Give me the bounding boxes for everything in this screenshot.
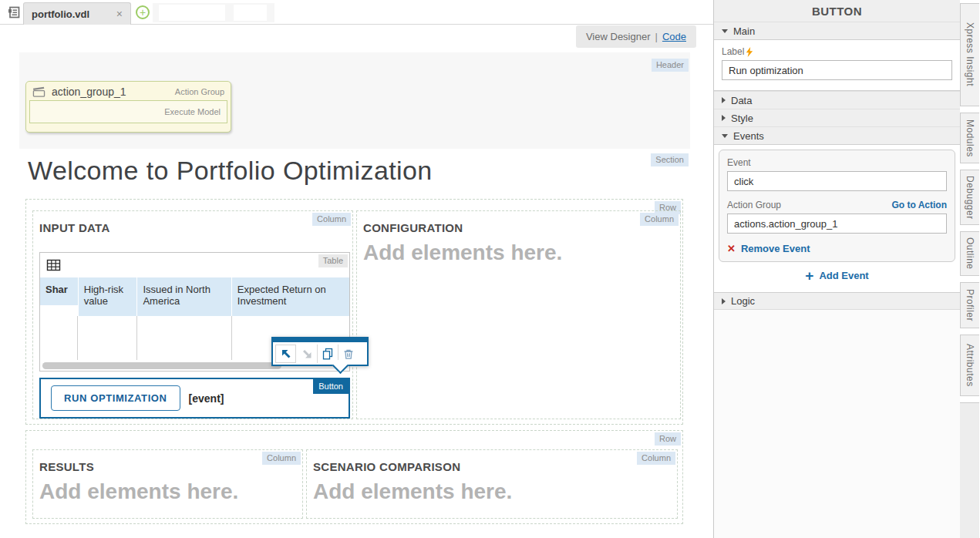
add-event-button[interactable]: + Add Event [719, 262, 955, 292]
side-tab-modules[interactable]: Modules [960, 113, 979, 163]
column-badge: Column [637, 452, 675, 465]
side-tab-label: Xpress Insight [965, 22, 975, 86]
new-tab-button[interactable]: + [136, 5, 150, 19]
section-header-style[interactable]: Style [714, 109, 960, 126]
duplicate-button[interactable] [317, 345, 338, 363]
section-header-events[interactable]: Events [714, 126, 960, 144]
column-scenario-comparison[interactable]: Column SCENARIO COMPARISON Add elements … [306, 449, 678, 519]
file-list-icon[interactable] [7, 5, 21, 19]
copy-icon [321, 347, 335, 361]
side-tab-attributes[interactable]: Attributes [960, 335, 979, 396]
lightning-bolt-icon [746, 47, 753, 57]
table-body-cell [137, 316, 232, 360]
properties-panel-title: BUTTON [714, 0, 960, 22]
trash-icon [342, 347, 355, 361]
action-group-item-execute-model[interactable]: Execute Model [29, 100, 227, 123]
action-group-field-caption: Action Group [727, 200, 781, 210]
select-parent-button[interactable] [275, 345, 296, 363]
editor-tab-bar: portfolio.vdl × + [0, 0, 713, 25]
event-placeholder-text: [event] [189, 392, 224, 405]
action-group-widget[interactable]: action_group_1 Action Group Execute Mode… [25, 81, 231, 133]
section-header-data[interactable]: Data [714, 91, 960, 109]
view-designer-label[interactable]: View Designer [586, 31, 651, 42]
page-title: Welcome to Portfolio Optimization [28, 156, 433, 186]
events-section-content: Event Action Group Go to Action ✕ Remove… [714, 144, 960, 292]
go-to-action-link[interactable]: Go to Action [891, 200, 947, 210]
table-column-header[interactable]: Expected Return on Investment [232, 277, 349, 316]
tab-close-icon[interactable]: × [116, 8, 123, 20]
table-column-header[interactable]: Shar [40, 277, 78, 305]
side-tab-label: Debugger [965, 176, 975, 220]
side-tab-label: Profiler [965, 289, 975, 321]
label-input[interactable] [722, 60, 952, 80]
column-badge: Column [640, 213, 679, 226]
side-tab-label: Attributes [965, 344, 975, 387]
scrollbar-thumb[interactable] [42, 362, 281, 369]
plus-icon: + [805, 271, 813, 281]
tabbar-placeholder-box [234, 5, 267, 21]
data-section-label: Data [731, 95, 752, 106]
properties-panel-empty-area [714, 310, 960, 538]
view-mode-toggle: View Designer|Code [576, 25, 696, 48]
tab-portfolio-vdl[interactable]: portfolio.vdl × [23, 2, 131, 25]
side-tab-outline[interactable]: Outline [960, 231, 979, 276]
side-tab-profiler[interactable]: Profiler [960, 282, 979, 328]
input-data-heading: INPUT DATA [39, 221, 352, 234]
clapperboard-icon [32, 86, 45, 98]
selected-button-widget[interactable]: Button RUN OPTIMIZATION [event] [39, 378, 350, 419]
popup-icon-row [273, 342, 367, 365]
style-section-label: Style [731, 113, 753, 124]
side-tab-strip: Xpress Insight Modules Debugger Outline … [960, 0, 980, 538]
tabbar-placeholder-box [159, 5, 225, 21]
configuration-heading: CONFIGURATION [363, 221, 680, 234]
action-group-caption-row: Action Group Go to Action [727, 200, 947, 210]
remove-x-icon: ✕ [727, 244, 736, 254]
chevron-right-icon [722, 298, 726, 304]
action-group-type-label: Action Group [175, 87, 224, 96]
table-body-cell [78, 316, 137, 360]
side-tab-debugger[interactable]: Debugger [960, 170, 979, 225]
layout-row-1[interactable]: Row Column INPUT DATA Table Shar H [25, 199, 683, 425]
side-strip-filler [960, 402, 979, 538]
events-section-label: Events [733, 130, 764, 142]
layout-row-2[interactable]: Row Column RESULTS Add elements here. Co… [25, 430, 683, 524]
header-badge: Header [652, 59, 689, 72]
chevron-down-icon [722, 134, 728, 138]
table-column-header[interactable]: High-risk value [79, 277, 137, 316]
section-header-logic[interactable]: Logic [714, 292, 960, 310]
column-configuration[interactable]: Column CONFIGURATION Add elements here. [356, 210, 681, 419]
view-toggle-divider: | [655, 31, 658, 42]
run-optimization-button[interactable]: RUN OPTIMIZATION [51, 385, 180, 411]
remove-event-label: Remove Event [741, 243, 810, 254]
chevron-down-icon [722, 29, 728, 33]
event-input[interactable] [727, 171, 947, 191]
side-tab-xpress-insight[interactable]: Xpress Insight [960, 3, 979, 106]
event-label-text: Event [727, 157, 751, 168]
section-header-main[interactable]: Main [714, 22, 960, 39]
execute-model-label: Execute Model [164, 107, 221, 116]
logic-section-label: Logic [731, 295, 755, 307]
code-link[interactable]: Code [662, 31, 686, 42]
label-field-caption: Label [722, 46, 952, 57]
action-group-name: action_group_1 [52, 86, 175, 98]
column-input-data[interactable]: Column INPUT DATA Table Shar High-risk v… [32, 210, 353, 419]
vdl-designer-window: portfolio.vdl × + View Designer|Code Hea… [0, 0, 980, 538]
table-badge: Table [318, 254, 348, 267]
add-elements-placeholder: Add elements here. [313, 479, 677, 504]
section-badge: Section [651, 153, 689, 166]
select-child-button[interactable] [296, 345, 317, 363]
tab-title: portfolio.vdl [32, 8, 112, 20]
column-results[interactable]: Column RESULTS Add elements here. [32, 449, 303, 519]
widget-toolbar-popup [271, 337, 369, 366]
properties-panel: BUTTON Main Label Data Style Events [713, 0, 960, 538]
table-column-header[interactable]: Issued in North America [137, 277, 231, 316]
column-badge: Column [312, 213, 351, 226]
main-section-content: Label [714, 39, 960, 91]
scenario-comparison-heading: SCENARIO COMPARISON [313, 460, 677, 473]
event-field-caption: Event [727, 157, 947, 168]
column-badge: Column [262, 452, 301, 465]
add-event-label: Add Event [819, 270, 868, 281]
view-header-region: Header action_group_1 Action Group Execu… [19, 52, 690, 149]
action-group-input[interactable] [727, 214, 947, 234]
remove-event-button[interactable]: ✕ Remove Event [727, 234, 947, 260]
